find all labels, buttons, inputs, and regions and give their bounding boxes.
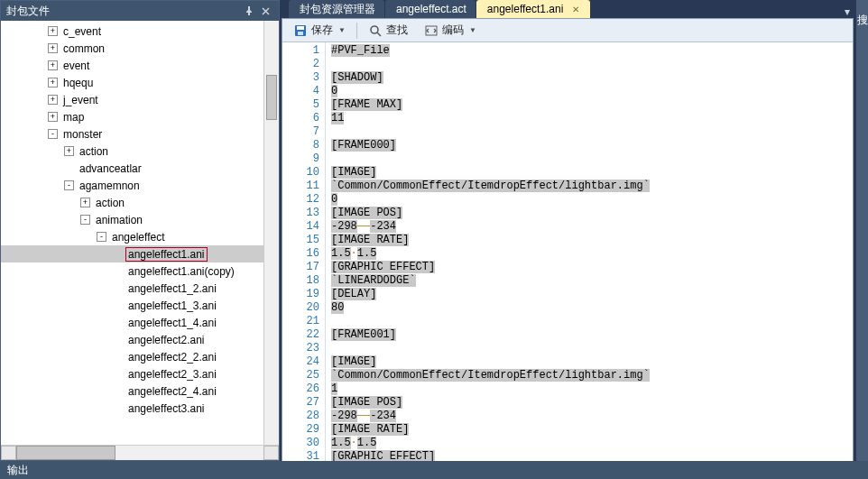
collapse-icon[interactable]: - [48,129,58,139]
code-line[interactable]: [IMAGE RATE] [331,234,650,247]
tree-node[interactable]: angeleffect1_3.ani [1,297,279,314]
chevron-down-icon: ▼ [469,26,476,34]
tree-node[interactable]: +action [1,143,279,160]
code-line[interactable]: [GRAPHIC EFFECT] [331,261,650,274]
tree-node[interactable]: angeleffect2_4.ani [1,382,279,400]
collapse-icon[interactable]: - [80,215,90,225]
code-line[interactable] [331,315,650,328]
code-line[interactable]: -298——-234 [331,220,650,234]
tree-node[interactable]: +action [1,194,279,211]
code-line[interactable]: [IMAGE RATE] [331,423,650,437]
save-button[interactable]: 保存 ▼ [288,21,351,40]
code-line[interactable]: [FRAME MAX] [331,98,650,112]
tree-node-label: action [78,145,110,158]
tree-node-label: angeleffect3.ani [126,402,207,415]
tree-node-label: angeleffect [110,231,167,244]
svg-rect-1 [297,26,304,30]
find-label: 查找 [386,23,408,38]
tree-node-label: map [61,111,86,124]
code-line[interactable]: -298——-234 [331,410,650,423]
code-line[interactable]: 0 [331,193,650,207]
expand-icon[interactable]: + [80,198,90,207]
expand-icon[interactable]: + [48,112,58,122]
tree-node-label: angeleffect2.ani [126,334,207,346]
code-line[interactable]: [IMAGE POS] [331,207,650,220]
tree-node[interactable]: +j_event [1,91,279,108]
tree-node-label: animation [94,214,144,226]
pin-icon[interactable] [241,3,257,19]
tree-node[interactable]: angeleffect3.ani [1,400,279,417]
tab-overflow-button[interactable]: ▾ [839,5,855,18]
save-label: 保存 [311,23,333,38]
code-line[interactable]: 11 [331,112,650,125]
code-line[interactable]: [DELAY] [331,288,650,301]
tree-node[interactable]: angeleffect1.ani(copy) [1,263,279,280]
code-line[interactable] [331,58,650,71]
tree-node[interactable]: angeleffect2_2.ani [1,348,279,365]
code-line[interactable] [331,125,650,139]
expand-icon[interactable]: + [64,146,74,156]
close-icon[interactable]: ✕ [570,4,581,14]
tree-node[interactable]: angeleffect2_3.ani [1,365,279,382]
tree-node[interactable]: -angeleffect [1,228,279,245]
editor-tab[interactable]: angeleffect.act [385,0,476,18]
expand-icon[interactable]: + [48,78,58,88]
tree-vertical-scrollbar[interactable] [263,21,279,445]
code-line[interactable]: 1 [331,382,650,396]
editor-tab[interactable]: angeleffect1.ani✕ [476,0,591,18]
tree-view[interactable]: +c_event+common+event+hqequ+j_event+map-… [1,21,279,445]
code-line[interactable]: [FRAME001] [331,328,650,342]
code-line[interactable]: 80 [331,301,650,315]
expand-icon[interactable]: + [48,60,58,70]
code-line[interactable]: `LINEARDODGE` [331,274,650,288]
tree-node[interactable]: advanceatlar [1,160,279,177]
tree-node-label: common [61,42,106,55]
expand-icon[interactable]: + [48,26,58,36]
tree-node[interactable]: angeleffect1_4.ani [1,314,279,331]
code-line[interactable]: 1.5·1.5 [331,247,650,261]
expand-icon[interactable]: + [48,43,58,53]
output-panel-header[interactable]: 输出 [0,461,868,479]
expand-icon[interactable]: + [48,95,58,105]
code-line[interactable]: [IMAGE] [331,166,650,180]
code-line[interactable]: [FRAME000] [331,139,650,152]
svg-point-3 [371,26,378,33]
code-line[interactable]: [IMAGE] [331,355,650,369]
code-content[interactable]: #PVF_File [SHADOW]0[FRAME MAX]11 [FRAME0… [326,42,650,461]
code-line[interactable]: 0 [331,85,650,98]
code-line[interactable]: [SHADOW] [331,71,650,85]
collapsed-search-panel[interactable]: 搜 [855,0,868,461]
tree-node[interactable]: +map [1,108,279,125]
tree-node[interactable]: -monster [1,125,279,143]
tree-horizontal-scrollbar[interactable] [1,445,279,460]
tree-node[interactable]: +event [1,57,279,74]
code-line[interactable]: [IMAGE POS] [331,396,650,410]
tree-node[interactable]: +hqequ [1,74,279,91]
tree-node[interactable]: angeleffect1_2.ani [1,280,279,297]
code-line[interactable]: `Common/CommonEffect/ItemdropEffect/ligh… [331,180,650,193]
tree-node[interactable]: -agamemnon [1,177,279,194]
tree-node-label: monster [61,128,104,141]
editor-toolbar: 保存 ▼ 查找 编码 ▼ [282,19,853,42]
code-line[interactable] [331,152,650,166]
find-button[interactable]: 查找 [363,21,413,40]
code-line[interactable]: 1.5·1.5 [331,437,650,450]
line-number-gutter: 1234567891011121314151617181920212223242… [282,42,326,461]
editor-tab[interactable]: 封包资源管理器 [289,0,384,18]
code-line[interactable]: #PVF_File [331,44,650,58]
encoding-button[interactable]: 编码 ▼ [419,21,482,40]
close-icon[interactable] [257,3,273,19]
collapse-icon[interactable]: - [97,232,106,242]
code-line[interactable]: [GRAPHIC EFFECT] [331,450,650,461]
tree-node-label: c_event [61,25,103,38]
code-editor[interactable]: 1234567891011121314151617181920212223242… [282,42,853,461]
tree-node[interactable]: +c_event [1,23,279,40]
left-panel-title: 封包文件 [6,4,241,19]
tree-node[interactable]: -animation [1,211,279,228]
tree-node[interactable]: +common [1,40,279,57]
tree-node[interactable]: angeleffect1.ani [1,245,279,263]
code-line[interactable] [331,342,650,355]
collapse-icon[interactable]: - [64,180,74,190]
tree-node[interactable]: angeleffect2.ani [1,331,279,348]
code-line[interactable]: `Common/CommonEffect/ItemdropEffect/ligh… [331,369,650,382]
